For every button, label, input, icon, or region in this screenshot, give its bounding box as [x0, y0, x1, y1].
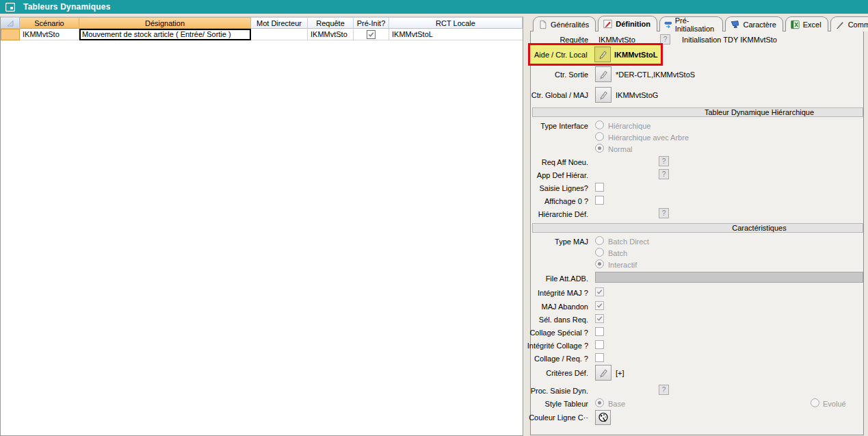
- radio-hierarchique-avec-arbre[interactable]: [595, 132, 604, 141]
- column-header-designation[interactable]: Désignation: [79, 17, 251, 29]
- ctr-sortie-value[interactable]: *DER-CTL,IKMMvtStoS: [616, 70, 695, 79]
- pre-init-checkbox[interactable]: [367, 30, 376, 39]
- radio-batch-direct[interactable]: [595, 236, 604, 245]
- type-maj-label: Type MAJ: [525, 238, 588, 246]
- tab-generalites[interactable]: Généralités: [533, 16, 596, 31]
- cell-rct-locale[interactable]: IKMMvtStoL: [389, 29, 523, 40]
- column-header-pre-init[interactable]: Pré-Init?: [354, 17, 389, 29]
- tab-label: Excel: [803, 21, 821, 29]
- ctr-global-maj-action-button[interactable]: [595, 87, 611, 103]
- radio-hierarchique-avec-arbre-label: Hiérarchique avec Arbre: [608, 133, 689, 142]
- file-att-adb-input[interactable]: [595, 272, 863, 283]
- check-icon: [367, 31, 375, 38]
- sel-dans-req-checkbox[interactable]: [595, 314, 604, 323]
- tab-strip: Généralités Définition Pré-Initialisatio…: [533, 16, 868, 31]
- monitor-icon: [730, 20, 740, 29]
- radio-batch-label: Batch: [608, 249, 627, 258]
- proc-saisie-dyn-help-button[interactable]: ?: [659, 385, 669, 395]
- document-icon: [538, 20, 548, 29]
- section-header-hierarchique: Tableur Dynamique Hiérarchique: [532, 107, 863, 117]
- maj-abandon-checkbox[interactable]: [595, 301, 604, 310]
- hierarchie-def-help-button[interactable]: ?: [659, 208, 669, 218]
- window-grid-icon: [5, 3, 15, 12]
- integrite-maj-label: Intégrité MAJ ?: [525, 289, 588, 298]
- radio-evolue[interactable]: [811, 398, 819, 407]
- column-header-requete[interactable]: Requête: [308, 17, 354, 29]
- tab-excel[interactable]: Excel: [785, 16, 828, 31]
- hand-pointer-icon: [599, 69, 609, 79]
- app-def-hierar-help-button[interactable]: ?: [659, 169, 669, 179]
- maj-abandon-label: MAJ Abandon: [525, 303, 588, 311]
- select-all-triangle-icon: [6, 19, 14, 27]
- collage-special-checkbox[interactable]: [595, 327, 604, 336]
- radio-batch-direct-label: Batch Direct: [608, 238, 649, 246]
- req-aff-noeu-label: Req Aff Noeu.: [525, 158, 588, 167]
- row-selector-header[interactable]: [1, 17, 20, 29]
- window-title: Tableurs Dynamiques: [23, 2, 111, 12]
- cell-scenario[interactable]: IKMMvtSto: [20, 29, 79, 40]
- radio-base[interactable]: [595, 398, 604, 407]
- row-selector-cell[interactable]: [1, 29, 20, 40]
- table-row: IKMMvtSto Mouvement de stock article ( E…: [1, 29, 523, 40]
- aide-ctr-local-action-button[interactable]: [594, 47, 611, 62]
- radio-hierarchique[interactable]: [595, 120, 604, 129]
- column-header-rct-locale[interactable]: RCT Locale: [389, 17, 523, 29]
- affichage-0-checkbox[interactable]: [595, 196, 604, 205]
- hierarchie-def-label: Hiérarchie Déf.: [525, 210, 588, 219]
- ctr-global-maj-label: Ctr. Global / MAJ: [525, 91, 588, 100]
- tab-pre-initialisation[interactable]: Pré-Initialisation: [659, 16, 723, 31]
- collage-req-label: Collage / Req. ?: [525, 355, 588, 363]
- ctr-sortie-action-button[interactable]: [595, 66, 611, 82]
- aide-ctr-local-label: Aide / Ctr. Local: [534, 51, 593, 59]
- collage-req-checkbox[interactable]: [595, 353, 604, 362]
- cell-pre-init: [354, 29, 389, 40]
- integrite-collage-checkbox[interactable]: [595, 340, 604, 349]
- hand-pointer-icon: [598, 49, 608, 60]
- red-pen-icon: [603, 19, 613, 29]
- tab-commentaire[interactable]: Commentaire: [830, 16, 868, 31]
- aide-ctr-local-value[interactable]: IKMMvtStoL: [614, 51, 658, 59]
- ctr-global-maj-value[interactable]: IKMMvtStoG: [616, 91, 658, 100]
- aide-ctr-local-highlight: Aide / Ctr. Local IKMMvtStoL: [528, 43, 663, 66]
- radio-hierarchique-label: Hiérarchique: [608, 122, 650, 131]
- criteres-def-label: Critères Déf.: [525, 369, 588, 378]
- saisie-lignes-label: Saisie Lignes?: [525, 184, 588, 193]
- criteres-def-action-button[interactable]: [595, 365, 611, 381]
- saisie-lignes-checkbox[interactable]: [595, 183, 604, 192]
- init-icon: [664, 20, 672, 29]
- tab-caractere[interactable]: Caractère: [725, 16, 782, 31]
- check-icon: [596, 288, 603, 296]
- req-aff-noeu-help-button[interactable]: ?: [659, 156, 669, 166]
- column-header-scenario[interactable]: Scénario: [20, 17, 79, 29]
- tab-label: Caractère: [743, 21, 776, 29]
- tab-label: Généralités: [551, 21, 589, 29]
- file-att-adb-label: File Att.ADB.: [525, 274, 588, 283]
- app-def-hierar-label: App Def Hiérar.: [525, 171, 588, 180]
- hand-pointer-icon: [599, 368, 609, 378]
- radio-interactif-label: Interactif: [608, 261, 637, 270]
- pencil-icon: [835, 20, 845, 29]
- column-header-mot-directeur[interactable]: Mot Directeur: [251, 17, 308, 29]
- cell-mot-directeur[interactable]: [251, 29, 308, 40]
- app-window: Tableurs Dynamiques Scénario Désignation…: [0, 0, 868, 436]
- criteres-def-extra: [+]: [616, 369, 624, 378]
- cell-requete[interactable]: IKMMvtSto: [308, 29, 354, 40]
- excel-icon: [790, 20, 800, 29]
- table-header-row: Scénario Désignation Mot Directeur Requê…: [1, 17, 523, 29]
- hand-pointer-icon: [599, 90, 609, 100]
- radio-normal[interactable]: [595, 144, 604, 153]
- tab-label: Commentaire: [848, 21, 868, 29]
- radio-base-label: Base: [608, 400, 625, 409]
- window-titlebar: Tableurs Dynamiques: [0, 0, 868, 14]
- tab-definition[interactable]: Définition: [598, 16, 657, 31]
- radio-evolue-label: Evolué: [823, 400, 846, 409]
- requete-info-text: Initialisation TDY IKMMvtSto: [682, 36, 777, 44]
- couleur-ligne-button[interactable]: [595, 410, 611, 425]
- radio-batch[interactable]: [595, 248, 604, 257]
- ctr-sortie-label: Ctr. Sortie: [525, 70, 588, 79]
- radio-interactif[interactable]: [595, 259, 604, 268]
- integrite-maj-checkbox[interactable]: [595, 287, 604, 296]
- type-interface-label: Type Interface: [525, 122, 588, 131]
- cell-designation-focused[interactable]: Mouvement de stock article ( Entrée/ Sor…: [79, 29, 251, 40]
- sel-dans-req-label: Sél. dans Req.: [525, 316, 588, 324]
